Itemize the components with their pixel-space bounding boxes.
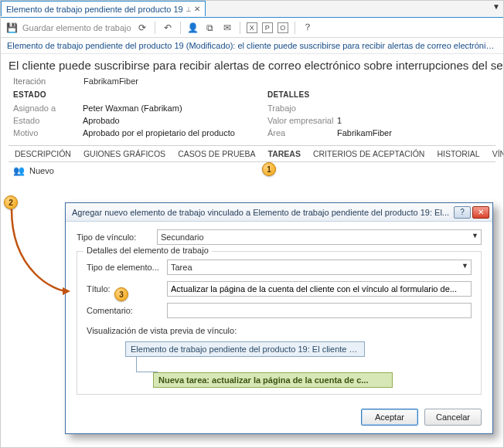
tab-tasks[interactable]: TAREAS [262, 146, 307, 161]
details-column: DETALLES Trabajo Valor empresarial1 Área… [267, 90, 491, 141]
close-icon[interactable]: ✕ [194, 5, 200, 13]
copy-icon[interactable]: ⧉ [204, 22, 216, 34]
pin-icon[interactable]: ⟂ [186, 5, 191, 13]
area-label: Área [267, 128, 337, 137]
save-button[interactable]: Guardar elemento de trabajo [22, 23, 131, 32]
bv-value[interactable]: 1 [337, 116, 342, 125]
tab-description[interactable]: DESCRIPCIÓN [9, 146, 77, 161]
reason-label: Motivo [13, 128, 83, 137]
help-icon[interactable]: ？ [301, 22, 314, 34]
undo-icon[interactable]: ↶ [162, 22, 174, 34]
state-column: ESTADO Asignado aPeter Waxman (Fabrikam)… [13, 90, 237, 141]
separator [295, 22, 295, 34]
callout-badge-3: 3 [114, 287, 128, 301]
toolbar: 💾 Guardar elemento de trabajo ⟳ ↶ 👤 ⧉ ✉ … [1, 18, 503, 38]
title-text [171, 284, 468, 294]
linktype-dropdown[interactable]: Secundario ▼ [157, 229, 482, 245]
preview-child-node[interactable]: Nueva tarea: actualizar la página de la … [153, 372, 393, 388]
separator [155, 22, 155, 34]
p-button[interactable]: P [262, 22, 273, 33]
area-value[interactable]: FabrikamFiber [337, 128, 392, 137]
comment-input[interactable] [167, 303, 472, 318]
chevron-down-icon: ▼ [461, 262, 468, 270]
tab-storyboards[interactable]: GUIONES GRÁFICOS [77, 146, 172, 161]
dialog-buttons: Aceptar Cancelar [361, 409, 482, 426]
state-value[interactable]: Aprobado [83, 116, 120, 125]
preview-label: Visualización de vista previa de vínculo… [87, 326, 472, 335]
assign-icon[interactable]: 👤 [187, 22, 199, 34]
state-label: Estado [13, 116, 83, 125]
tab-links[interactable]: VÍNC... [486, 146, 504, 161]
info-bar: Elemento de trabajo pendiente del produc… [1, 38, 503, 54]
new-button[interactable]: Nuevo [29, 166, 54, 175]
tab-title: Elemento de trabajo pendiente del produc… [6, 5, 183, 14]
new-linked-icon[interactable]: 👥 [13, 165, 25, 176]
title-input[interactable] [167, 281, 472, 297]
tab-acceptance[interactable]: CRITERIOS DE ACEPTACIÓN [307, 146, 431, 161]
details-header: DETALLES [267, 90, 491, 99]
document-tabstrip: Elemento de trabajo pendiente del produc… [1, 1, 503, 18]
preview-parent-node[interactable]: Elemento de trabajo pendiente del produc… [125, 341, 365, 357]
workitem-title: El cliente puede suscribirse para recibi… [1, 54, 503, 75]
separator [240, 22, 240, 34]
help-button[interactable]: ? [454, 206, 471, 219]
reason-value[interactable]: Aprobado por el propietario del producto [83, 128, 235, 137]
add-linked-workitem-dialog: Agregar nuevo elemento de trabajo vincul… [65, 202, 493, 434]
link-preview: Visualización de vista previa de vínculo… [87, 326, 472, 388]
group-legend: Detalles del elemento de trabajo [83, 246, 212, 255]
save-icon[interactable]: 💾 [5, 22, 18, 34]
callout-badge-1: 1 [262, 162, 276, 176]
cancel-button[interactable]: Cancelar [424, 409, 482, 426]
tab-testcases[interactable]: CASOS DE PRUEBA [172, 146, 261, 161]
refresh-icon[interactable]: ⟳ [136, 22, 148, 34]
assigned-value[interactable]: Peter Waxman (Fabrikam) [83, 104, 182, 113]
workitem-tabs: DESCRIPCIÓN GUIONES GRÁFICOS CASOS DE PR… [9, 145, 495, 162]
dialog-titlebar: Agregar nuevo elemento de trabajo vincul… [66, 203, 492, 222]
tab-history[interactable]: HISTORIAL [431, 146, 485, 161]
callout-badge-2: 2 [4, 195, 18, 209]
state-header: ESTADO [13, 90, 237, 99]
linktype-label: Tipo de vínculo: [77, 232, 151, 242]
tasks-toolbar: 👥 Nuevo [1, 162, 503, 179]
assigned-label: Asignado a [13, 104, 83, 113]
iteration-value[interactable]: FabrikamFiber [83, 76, 138, 86]
fields-columns: ESTADO Asignado aPeter Waxman (Fabrikam)… [1, 90, 503, 144]
separator [180, 22, 181, 34]
workitem-details-group: Detalles del elemento de trabajo Tipo de… [77, 251, 482, 395]
dialog-title: Agregar nuevo elemento de trabajo vincul… [72, 208, 452, 217]
effort-label: Trabajo [267, 104, 337, 113]
chevron-down-icon: ▼ [472, 232, 478, 239]
tab-overflow-icon[interactable]: ▼ [492, 2, 500, 11]
tree-connector [136, 357, 158, 372]
close-button[interactable]: ✕ [472, 206, 489, 219]
comment-text [171, 306, 468, 315]
dialog-body: Tipo de vínculo: Secundario ▼ Detalles d… [66, 222, 492, 401]
worktype-label: Tipo de elemento... [87, 263, 161, 272]
o-button[interactable]: O [278, 22, 288, 33]
document-tab[interactable]: Elemento de trabajo pendiente del produc… [1, 1, 206, 16]
ok-button[interactable]: Aceptar [361, 409, 418, 426]
comment-label: Comentario: [87, 306, 161, 315]
mail-icon[interactable]: ✉ [221, 22, 233, 34]
bv-label: Valor empresarial [267, 116, 337, 125]
x-button[interactable]: X [247, 22, 257, 33]
iteration-label: Iteración [13, 76, 81, 86]
worktype-dropdown[interactable]: Tarea ▼ [167, 260, 472, 275]
iteration-row: Iteración FabrikamFiber [1, 75, 503, 90]
